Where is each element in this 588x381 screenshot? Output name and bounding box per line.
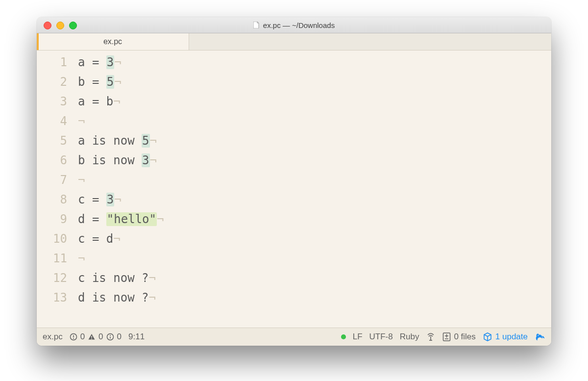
code-text[interactable]: ¬ xyxy=(78,111,85,131)
editor-window: ex.pc — ~/Downloads ex.pc 1a = 3¬2b = 5¬… xyxy=(37,17,551,346)
info-icon xyxy=(106,333,114,341)
code-text[interactable]: c = 3¬ xyxy=(78,190,122,209)
code-text[interactable]: a = b¬ xyxy=(78,92,121,111)
status-filename[interactable]: ex.pc xyxy=(43,332,63,342)
line-number: 10 xyxy=(37,229,78,249)
line-number: 5 xyxy=(37,131,78,151)
code-text[interactable]: c = d¬ xyxy=(78,229,121,249)
line-number: 4 xyxy=(37,111,78,131)
status-eol[interactable]: LF xyxy=(353,332,363,342)
traffic-lights xyxy=(44,22,77,29)
status-git[interactable]: 0 files xyxy=(442,332,475,342)
code-line[interactable]: 1a = 3¬ xyxy=(37,52,551,72)
line-number: 11 xyxy=(37,249,78,268)
status-bar: ex.pc 0 0 0 9:11 LF UTF-8 Ruby xyxy=(37,328,551,346)
warning-icon xyxy=(88,333,96,341)
code-line[interactable]: 8c = 3¬ xyxy=(37,190,551,209)
updates-count: 1 update xyxy=(495,332,528,342)
code-text[interactable]: b is now 3¬ xyxy=(78,151,157,170)
code-text[interactable]: a = 3¬ xyxy=(78,52,122,72)
code-line[interactable]: 12c is now ?¬ xyxy=(37,268,551,288)
code-text[interactable]: d is now ?¬ xyxy=(78,288,156,307)
info-count: 0 xyxy=(117,332,122,342)
code-line[interactable]: 6b is now 3¬ xyxy=(37,151,551,170)
line-number: 13 xyxy=(37,288,78,307)
clean-indicator-icon xyxy=(341,334,346,339)
minimize-icon[interactable] xyxy=(56,22,64,29)
svg-point-4 xyxy=(91,338,92,339)
status-encoding[interactable]: UTF-8 xyxy=(369,332,393,342)
code-text[interactable]: ¬ xyxy=(78,249,85,268)
line-number: 8 xyxy=(37,190,78,209)
tab-label: ex.pc xyxy=(103,37,122,46)
code-line[interactable]: 13d is now ?¬ xyxy=(37,288,551,307)
window-title: ex.pc — ~/Downloads xyxy=(253,21,335,29)
package-icon xyxy=(483,332,492,342)
svg-point-6 xyxy=(110,335,111,336)
close-icon[interactable] xyxy=(44,22,51,29)
titlebar: ex.pc — ~/Downloads xyxy=(37,17,551,33)
svg-point-13 xyxy=(538,335,539,336)
line-number: 7 xyxy=(37,170,78,190)
code-line[interactable]: 4¬ xyxy=(37,111,551,131)
git-files-count: 0 files xyxy=(454,332,475,342)
line-number: 3 xyxy=(37,92,78,111)
line-number: 9 xyxy=(37,209,78,229)
code-line[interactable]: 9d = "hello"¬ xyxy=(37,209,551,229)
telemetry-icon[interactable] xyxy=(426,332,436,342)
status-updates[interactable]: 1 update xyxy=(483,332,528,342)
status-cursor[interactable]: 9:11 xyxy=(128,332,145,342)
diff-icon xyxy=(442,332,451,342)
code-editor[interactable]: 1a = 3¬2b = 5¬3a = b¬4¬5a is now 5¬6b is… xyxy=(37,51,551,328)
code-text[interactable]: b = 5¬ xyxy=(78,72,122,92)
code-line[interactable]: 10c = d¬ xyxy=(37,229,551,249)
zoom-icon[interactable] xyxy=(69,22,77,29)
line-number: 12 xyxy=(37,268,78,288)
line-number: 1 xyxy=(37,52,78,72)
file-icon xyxy=(253,22,259,28)
code-text[interactable]: ¬ xyxy=(78,170,85,190)
code-line[interactable]: 11¬ xyxy=(37,249,551,268)
code-text[interactable]: c is now ?¬ xyxy=(78,268,156,288)
status-diagnostics[interactable]: 0 0 0 xyxy=(70,332,122,342)
window-title-text: ex.pc — ~/Downloads xyxy=(263,21,335,29)
tab-file[interactable]: ex.pc xyxy=(37,33,189,50)
warning-count: 0 xyxy=(98,332,103,342)
code-text[interactable]: d = "hello"¬ xyxy=(78,209,164,229)
code-line[interactable]: 5a is now 5¬ xyxy=(37,131,551,151)
code-line[interactable]: 7¬ xyxy=(37,170,551,190)
status-language[interactable]: Ruby xyxy=(400,332,419,342)
error-count: 0 xyxy=(80,332,85,342)
code-line[interactable]: 3a = b¬ xyxy=(37,92,551,111)
svg-point-2 xyxy=(73,338,74,339)
error-icon xyxy=(70,333,77,341)
line-number: 2 xyxy=(37,72,78,92)
squirrel-icon[interactable] xyxy=(535,331,545,342)
tabstrip: ex.pc xyxy=(37,33,551,51)
line-number: 6 xyxy=(37,151,78,170)
code-line[interactable]: 2b = 5¬ xyxy=(37,72,551,92)
code-text[interactable]: a is now 5¬ xyxy=(78,131,157,151)
